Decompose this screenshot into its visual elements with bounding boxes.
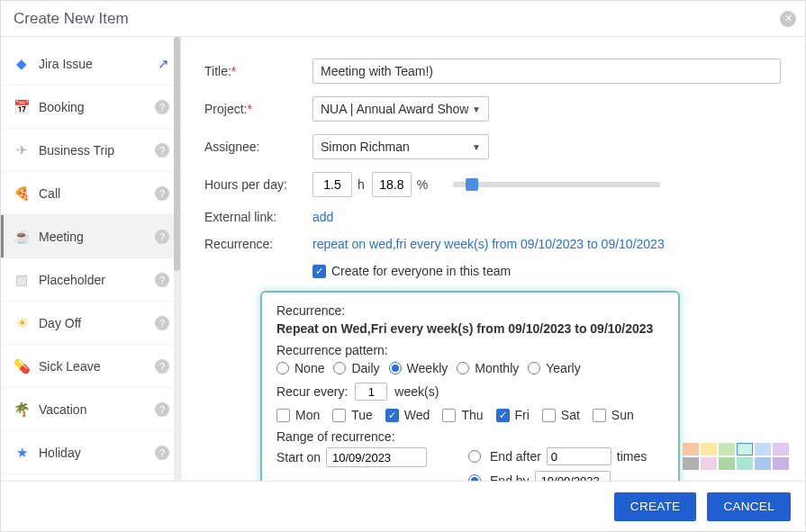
- color-swatch[interactable]: [737, 457, 753, 470]
- color-swatch[interactable]: [773, 443, 789, 455]
- sidebar-item-sick-leave[interactable]: 💊Sick Leave?: [1, 345, 180, 388]
- percent-input[interactable]: [372, 172, 412, 197]
- hours-unit: h: [358, 177, 365, 192]
- pattern-none-label: None: [294, 361, 324, 375]
- day-option-sun: Sun: [593, 408, 634, 422]
- day-thu-checkbox[interactable]: [442, 409, 456, 422]
- sidebar-item-vacation[interactable]: 🌴Vacation?: [1, 388, 180, 431]
- color-swatch[interactable]: [683, 457, 699, 470]
- color-swatch[interactable]: [737, 443, 753, 455]
- create-button[interactable]: CREATE: [614, 492, 697, 521]
- modal-body: ◆Jira Issue↗📅Booking?✈Business Trip?🍕Cal…: [1, 37, 805, 481]
- row-project: Project:* NUA | Annual Award Show ▼: [204, 96, 782, 122]
- start-on-input[interactable]: [326, 447, 427, 467]
- sidebar-item-meeting[interactable]: ☕Meeting?: [1, 215, 180, 258]
- color-swatch[interactable]: [701, 457, 717, 470]
- sidebar-item-booking[interactable]: 📅Booking?: [1, 86, 180, 129]
- help-icon[interactable]: ?: [155, 143, 169, 158]
- label-recurrence: Recurrence:: [204, 237, 312, 251]
- sidebar-item-label: Sick Leave: [39, 359, 146, 374]
- project-select[interactable]: NUA | Annual Award Show ▼: [312, 96, 489, 122]
- end-by-radio[interactable]: [468, 474, 481, 481]
- sidebar-item-business-trip[interactable]: ✈Business Trip?: [1, 129, 180, 172]
- sidebar-item-holiday[interactable]: ★Holiday?: [1, 431, 180, 474]
- label-start-on: Start on: [276, 450, 321, 464]
- day-sat-checkbox[interactable]: [542, 409, 556, 422]
- placeholder-icon: ▨: [14, 272, 30, 288]
- help-icon[interactable]: ?: [155, 100, 169, 114]
- sidebar-item-label: Vacation: [39, 402, 146, 417]
- sidebar-item-placeholder[interactable]: ▨Placeholder?: [1, 258, 180, 302]
- color-swatch[interactable]: [773, 457, 789, 470]
- create-everyone-checkbox[interactable]: ✓: [312, 265, 326, 278]
- slider-thumb[interactable]: [466, 178, 478, 191]
- hours-slider[interactable]: [453, 182, 660, 187]
- color-swatch[interactable]: [683, 443, 699, 455]
- pattern-monthly-label: Monthly: [475, 361, 519, 375]
- help-icon[interactable]: ?: [155, 186, 169, 201]
- sidebar-scrollbar[interactable]: [174, 37, 180, 481]
- day-mon-checkbox[interactable]: [276, 409, 290, 422]
- day-option-wed: ✓Wed: [385, 408, 430, 422]
- day-sat-label: Sat: [561, 408, 580, 422]
- holiday-icon: ★: [14, 445, 30, 461]
- end-after-radio[interactable]: [468, 450, 481, 463]
- sidebar-item-jira-issue[interactable]: ◆Jira Issue↗: [1, 42, 180, 86]
- help-icon[interactable]: ?: [155, 316, 169, 330]
- day-tue-checkbox[interactable]: [332, 409, 346, 422]
- end-by-option: End by: [468, 471, 647, 481]
- sidebar-item-call[interactable]: 🍕Call?: [1, 172, 180, 215]
- pattern-weekly-label: Weekly: [407, 361, 448, 375]
- sidebar-item-day-off[interactable]: ☀Day Off?: [1, 302, 180, 345]
- cancel-button[interactable]: CANCEL: [707, 492, 791, 521]
- pattern-daily-radio[interactable]: [333, 362, 346, 374]
- help-icon[interactable]: ?: [155, 230, 169, 244]
- assignee-select[interactable]: Simon Richman ▼: [312, 134, 489, 159]
- hours-input[interactable]: [312, 172, 352, 197]
- sidebar-item-label: Day Off: [39, 316, 146, 330]
- create-item-modal: Create New Item ✕ ◆Jira Issue↗📅Booking?✈…: [0, 0, 806, 532]
- end-after-input[interactable]: [547, 447, 611, 465]
- pattern-none-radio[interactable]: [276, 362, 289, 374]
- label-hours: Hours per day:: [204, 177, 312, 192]
- help-icon[interactable]: ?: [155, 273, 169, 287]
- form-panel: Title:* Project:* NUA | Annual Award Sho…: [181, 37, 805, 481]
- end-by-input[interactable]: [535, 471, 611, 481]
- row-recurrence: Recurrence: repeat on wed,fri every week…: [204, 237, 782, 251]
- assignee-select-value: Simon Richman: [321, 140, 410, 154]
- label-end-after: End after: [490, 449, 541, 464]
- row-hours: Hours per day: h %: [204, 172, 782, 197]
- help-icon[interactable]: ?: [155, 402, 169, 417]
- label-assignee: Assignee:: [204, 140, 312, 154]
- title-input[interactable]: [312, 59, 781, 84]
- recurrence-summary-link[interactable]: repeat on wed,fri every week(s) from 09/…: [312, 237, 665, 251]
- label-end-by: End by: [490, 473, 530, 481]
- close-icon[interactable]: ✕: [780, 11, 796, 27]
- add-external-link[interactable]: add: [312, 210, 333, 224]
- modal-title: Create New Item: [14, 10, 129, 28]
- end-after-option: End after times: [468, 447, 647, 465]
- color-swatch[interactable]: [719, 443, 735, 455]
- sidebar-item-label: Business Trip: [39, 143, 146, 158]
- recur-every-input[interactable]: [355, 383, 387, 401]
- color-swatch[interactable]: [701, 443, 717, 455]
- day-wed-label: Wed: [404, 408, 430, 422]
- pattern-yearly-radio[interactable]: [528, 362, 540, 374]
- day-sun-checkbox[interactable]: [593, 409, 606, 422]
- pattern-weekly-radio[interactable]: [389, 362, 402, 374]
- external-link-icon[interactable]: ↗: [158, 56, 169, 72]
- help-icon[interactable]: ?: [155, 359, 169, 374]
- color-swatch[interactable]: [719, 457, 735, 470]
- scrollbar-thumb[interactable]: [174, 37, 180, 271]
- day-fri-checkbox[interactable]: ✓: [496, 409, 510, 422]
- range-label-row: Range of recurrence:: [276, 429, 664, 444]
- day-option-fri: ✓Fri: [496, 408, 530, 422]
- pattern-monthly-radio[interactable]: [457, 362, 469, 374]
- day-option-mon: Mon: [276, 408, 320, 422]
- recurrence-title-bold: Repeat on Wed,Fri every week(s) from 09/…: [276, 321, 653, 336]
- range-values-row: Start on End after times End by: [276, 447, 664, 481]
- help-icon[interactable]: ?: [155, 446, 169, 460]
- color-swatch[interactable]: [755, 443, 771, 455]
- color-swatch[interactable]: [755, 457, 771, 470]
- day-wed-checkbox[interactable]: ✓: [385, 409, 399, 422]
